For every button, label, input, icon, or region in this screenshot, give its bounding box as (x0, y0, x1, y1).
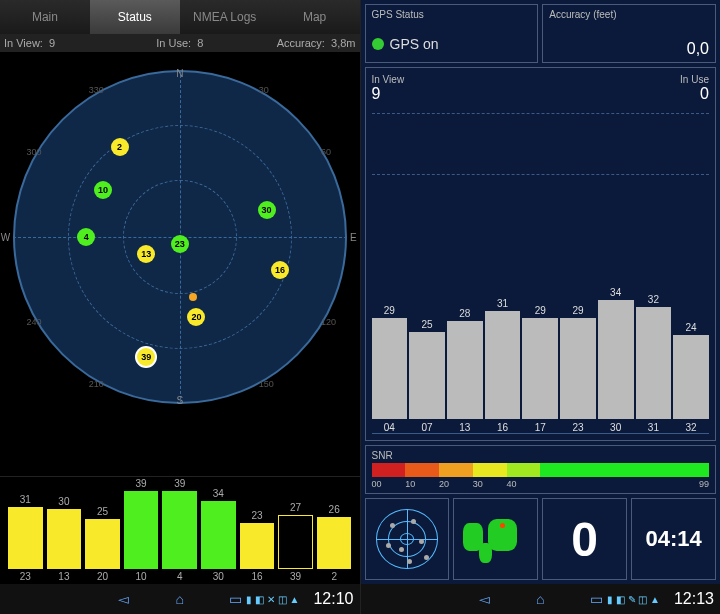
tab-bar: Main Status NMEA Logs Map (0, 0, 360, 34)
time-pane[interactable]: 04:14 (631, 498, 716, 580)
bar-10: 3910 (124, 478, 159, 582)
gps-status-title: GPS Status (372, 9, 532, 20)
accuracy-pane[interactable]: Accuracy (feet) 0,0 (542, 4, 716, 63)
back-icon[interactable]: ◅ (470, 591, 498, 607)
inuse-num: 0 (700, 85, 709, 102)
satellite-13: 13 (137, 245, 155, 263)
satellite-4: 4 (77, 228, 95, 246)
satellite-2: 2 (111, 138, 129, 156)
snr-ticks: 001020304099 (372, 479, 710, 489)
skyplot: N S E W 30601201502102403003302104132330… (0, 52, 360, 422)
in-use-value: 8 (197, 37, 203, 49)
location-marker-icon (500, 523, 505, 528)
satellite-39: 39 (137, 348, 155, 366)
tab-status[interactable]: Status (90, 0, 180, 34)
satellite-16: 16 (271, 261, 289, 279)
bar-16: 2316 (240, 510, 275, 582)
bar-39: 2739 (278, 502, 313, 582)
signal-bar-07: 2507 (409, 319, 445, 434)
clock-left: 12:10 (313, 590, 353, 608)
tab-nmea[interactable]: NMEA Logs (180, 0, 270, 34)
snr-bars: 3123301325203910394343023162739262 (0, 476, 360, 584)
speed-pane[interactable]: 0 (542, 498, 627, 580)
bar-4: 394 (162, 478, 197, 582)
accuracy-big: 0,0 (549, 40, 709, 58)
accuracy-title: Accuracy (feet) (549, 9, 709, 20)
bar-20: 2520 (85, 506, 120, 582)
inview-label: In View (372, 74, 405, 85)
in-use-label: In Use: (156, 37, 191, 49)
bar-13: 3013 (47, 496, 82, 582)
signal-pane[interactable]: In View9 In Use0 29042507281331162917292… (365, 67, 717, 441)
satellite-10: 10 (94, 181, 112, 199)
satellite-20: 20 (187, 308, 205, 326)
signal-bar-32: 2432 (673, 322, 709, 433)
clock-right: 12:13 (674, 590, 714, 608)
gps-status-text: GPS on (390, 36, 439, 52)
inuse-label: In Use (680, 74, 709, 85)
status-icons: ▮ ◧ ✕ ◫ ▲ (246, 594, 299, 605)
cardinal-e: E (350, 232, 357, 243)
in-view-label: In View: (4, 37, 43, 49)
signal-bar-16: 3116 (485, 298, 521, 434)
signal-bar-30: 3430 (598, 287, 634, 433)
snr-pane: SNR 001020304099 (365, 445, 717, 494)
signal-bar-17: 2917 (522, 305, 558, 434)
left-app: Main Status NMEA Logs Map In View: 9 In … (0, 0, 361, 614)
snr-title: SNR (372, 450, 710, 461)
accuracy-value: 3,8m (331, 37, 355, 49)
bar-30: 3430 (201, 488, 236, 582)
big-zero: 0 (571, 512, 598, 567)
home-icon[interactable]: ⌂ (526, 591, 554, 607)
bar-2: 262 (317, 504, 352, 582)
tab-main[interactable]: Main (0, 0, 90, 34)
back-icon[interactable]: ◅ (110, 591, 138, 607)
satellite-23: 23 (171, 235, 189, 253)
bar-23: 3123 (8, 494, 43, 582)
status-icons: ▮ ◧ ✎ ◫ ▲ (607, 594, 660, 605)
tab-map[interactable]: Map (270, 0, 360, 34)
in-view-value: 9 (49, 37, 55, 49)
home-icon[interactable]: ⌂ (166, 591, 194, 607)
accuracy-label: Accuracy: (277, 37, 325, 49)
inview-num: 9 (372, 85, 381, 102)
cardinal-s: S (176, 395, 183, 406)
signal-bar-31: 3231 (636, 294, 672, 433)
cardinal-w: W (1, 232, 10, 243)
cardinal-n: N (176, 68, 183, 79)
signal-bar-23: 2923 (560, 305, 596, 434)
android-navbar-right: ◅ ⌂ ▭ ▮ ◧ ✎ ◫ ▲ 12:13 (361, 584, 721, 614)
world-map[interactable] (453, 498, 538, 580)
right-app: GPS Status GPS on Accuracy (feet) 0,0 In… (361, 0, 721, 614)
satellite-30: 30 (258, 201, 276, 219)
gps-on-icon (372, 38, 384, 50)
elapsed-time: 04:14 (645, 526, 701, 552)
signal-bar-04: 2904 (372, 305, 408, 434)
android-navbar-left: ◅ ⌂ ▭ ▮ ◧ ✕ ◫ ▲ 12:10 (0, 584, 360, 614)
mini-skyplot[interactable] (365, 498, 450, 580)
signal-bar-13: 2813 (447, 308, 483, 433)
stats-row: In View: 9 In Use: 8 Accuracy: 3,8m (0, 34, 360, 52)
gps-status-pane[interactable]: GPS Status GPS on (365, 4, 539, 63)
snr-gradient (372, 463, 710, 477)
